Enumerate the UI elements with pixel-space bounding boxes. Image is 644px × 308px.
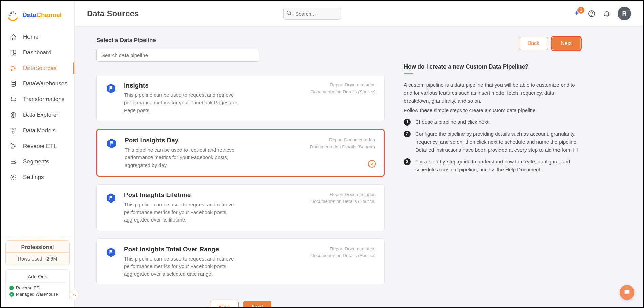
sidebar-item-reverseetl[interactable]: Reverse ETL — [1, 138, 74, 154]
chat-button[interactable] — [620, 285, 634, 300]
pipeline-search-input[interactable] — [96, 49, 259, 62]
sidebar-item-label: Transformations — [23, 96, 64, 103]
report-doc-link[interactable]: Report Documentation — [311, 82, 376, 89]
check-icon: ✓ — [9, 292, 14, 297]
pipeline-list: Insights This pipeline can be used to re… — [96, 75, 385, 285]
sidebar: DataChannel Home Dashboard DataSources D… — [1, 1, 75, 307]
report-doc-link[interactable]: Report Documentation — [310, 137, 375, 143]
sidebar-item-label: DataWarehouses — [23, 80, 68, 87]
logo-text: DataChannel — [22, 11, 62, 19]
doc-details-link[interactable]: Documentation Details (Source) — [311, 252, 376, 259]
back-button[interactable]: Back — [519, 37, 548, 50]
svg-point-12 — [13, 114, 14, 116]
wizard-buttons-bottom: Back Next — [96, 301, 385, 307]
svg-point-9 — [15, 68, 16, 69]
pipeline-title: Post Insights Total Over Range — [124, 246, 303, 253]
svg-point-17 — [11, 148, 12, 149]
check-icon: ✓ — [9, 286, 14, 290]
back-button[interactable]: Back — [210, 301, 239, 307]
help-paragraph: Follow these simple steps to create a cu… — [404, 106, 580, 114]
addons-title: Add Ons — [9, 272, 66, 283]
svg-point-3 — [9, 15, 11, 16]
sidebar-item-label: Data Models — [23, 127, 55, 134]
svg-rect-6 — [14, 54, 16, 55]
step-badge: 1 — [404, 119, 411, 126]
svg-rect-4 — [11, 50, 13, 55]
pipeline-desc: This pipeline can be used to request and… — [125, 146, 240, 169]
logo-mark-icon — [7, 9, 19, 21]
step-text: For a step-by-step guide to understand h… — [415, 158, 580, 174]
bell-button[interactable] — [603, 9, 611, 18]
report-doc-link[interactable]: Report Documentation — [311, 246, 376, 252]
pipeline-desc: This pipeline can be used to request and… — [124, 201, 239, 224]
gear-icon — [10, 174, 17, 181]
svg-rect-13 — [11, 128, 13, 130]
plan-box[interactable]: Professional Rows Used - 2.6M — [5, 240, 70, 265]
report-doc-link[interactable]: Report Documentation — [311, 191, 376, 198]
svg-point-10 — [11, 81, 15, 83]
help-step: 2Configure the pipeline by providing det… — [404, 130, 580, 154]
segments-icon — [10, 158, 17, 166]
pipeline-card-post-insights-range[interactable]: Post Insights Total Over Range This pipe… — [96, 238, 385, 285]
transform-icon — [10, 96, 17, 103]
doc-details-link[interactable]: Documentation Details (Source) — [310, 143, 375, 150]
home-icon — [10, 33, 17, 41]
pipeline-column: Select a Data Pipeline Insights This pip… — [96, 37, 385, 301]
flag-hex-icon — [106, 83, 116, 94]
sidebar-item-segments[interactable]: Segments — [1, 154, 74, 170]
svg-point-20 — [13, 177, 14, 178]
sidebar-item-transformations[interactable]: Transformations — [1, 92, 74, 107]
sidebar-item-dataexplorer[interactable]: Data Explorer — [1, 107, 74, 123]
avatar[interactable]: R — [618, 7, 631, 20]
main: Data Sources 1 — [75, 1, 643, 307]
svg-point-7 — [11, 66, 12, 67]
pipeline-title: Insights — [124, 82, 303, 89]
help-column: Back Next How do I create a new Custom D… — [404, 37, 580, 301]
sidebar-item-label: DataSources — [23, 65, 56, 72]
topbar: Data Sources 1 — [75, 1, 643, 27]
models-icon — [10, 127, 17, 134]
sidebar-item-label: Data Explorer — [23, 112, 58, 118]
addon-row: ✓ Reverse ETL — [9, 285, 66, 291]
svg-point-0 — [10, 12, 12, 14]
warehouse-icon — [10, 80, 17, 88]
pipeline-desc: This pipeline can be used to request and… — [124, 255, 239, 278]
svg-point-1 — [13, 11, 14, 13]
svg-point-8 — [11, 69, 12, 70]
sidebar-divider — [1, 237, 74, 237]
next-button[interactable]: Next — [552, 37, 580, 50]
ai-sparkle-button[interactable]: 1 — [573, 9, 581, 18]
addons-box: Add Ons ✓ Reverse ETL ✓ Managed Warehous… — [5, 269, 70, 301]
help-step: 3For a step-by-step guide to understand … — [404, 158, 580, 174]
logo[interactable]: DataChannel — [1, 1, 74, 29]
sidebar-item-datawarehouses[interactable]: DataWarehouses — [1, 76, 74, 92]
help-button[interactable] — [588, 9, 596, 18]
datasources-icon — [10, 64, 17, 72]
next-button[interactable]: Next — [243, 301, 271, 307]
pipeline-card-post-insights-lifetime[interactable]: Post Insights Lifetime This pipeline can… — [96, 184, 385, 231]
addon-row: ✓ Managed Warehouse — [9, 291, 66, 297]
sidebar-item-home[interactable]: Home — [1, 29, 74, 45]
sidebar-item-label: Settings — [23, 174, 44, 181]
pipeline-card-post-insights-day[interactable]: Post Insights Day This pipeline can be u… — [96, 129, 385, 177]
help-title: How do I create a new Custom Data Pipeli… — [404, 63, 580, 70]
explorer-icon — [10, 111, 17, 119]
sidebar-item-settings[interactable]: Settings — [1, 170, 74, 185]
step-badge: 2 — [404, 131, 411, 137]
nav-list: Home Dashboard DataSources DataWarehouse… — [1, 29, 74, 185]
svg-point-21 — [287, 11, 291, 15]
svg-rect-5 — [14, 50, 16, 53]
sidebar-item-datamodels[interactable]: Data Models — [1, 123, 74, 138]
plan-rows: Rows Used - 2.6M — [6, 253, 69, 262]
dashboard-icon — [10, 49, 17, 56]
pipeline-card-insights[interactable]: Insights This pipeline can be used to re… — [96, 75, 385, 121]
pipeline-title: Post Insights Lifetime — [124, 191, 303, 199]
svg-rect-15 — [12, 131, 14, 133]
svg-rect-14 — [14, 128, 16, 130]
sidebar-item-label: Dashboard — [23, 49, 51, 56]
doc-details-link[interactable]: Documentation Details (Source) — [311, 198, 376, 205]
sidebar-item-datasources[interactable]: DataSources — [1, 60, 74, 76]
doc-details-link[interactable]: Documentation Details (Source) — [311, 89, 376, 95]
topbar-icons: 1 R — [573, 7, 631, 20]
sidebar-item-dashboard[interactable]: Dashboard — [1, 45, 74, 60]
